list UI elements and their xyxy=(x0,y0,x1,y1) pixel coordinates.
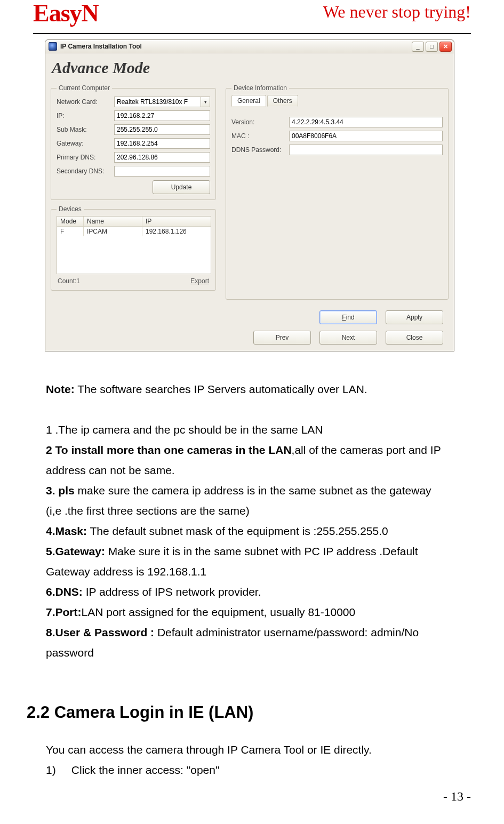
close-button[interactable]: Close xyxy=(386,331,443,345)
devices-table: Mode Name IP F IPCAM 192.168.1.126 xyxy=(57,216,211,274)
current-computer-legend: Current Computer xyxy=(57,84,112,92)
table-row[interactable]: F IPCAM 192.168.1.126 xyxy=(57,227,211,236)
version-label: Version: xyxy=(231,118,286,126)
note-item: 4.Mask: The default subnet mask of the e… xyxy=(46,521,450,541)
mac-input[interactable] xyxy=(289,131,443,141)
primary-dns-input[interactable] xyxy=(114,152,210,163)
brand-slogan: We never stop trying! xyxy=(323,3,471,20)
apply-button[interactable]: Apply xyxy=(386,310,443,324)
app-window: IP Camera Installation Tool _ □ ✕ Advanc… xyxy=(45,39,454,351)
submask-label: Sub Mask: xyxy=(57,126,111,133)
maximize-button[interactable]: □ xyxy=(426,42,438,52)
secondary-dns-label: Secondary DNS: xyxy=(57,167,111,175)
devices-export[interactable]: Export xyxy=(190,277,209,285)
minimize-button[interactable]: _ xyxy=(412,42,424,52)
device-info-legend: Device Information xyxy=(231,84,289,92)
page-number: - 13 - xyxy=(443,789,471,804)
col-name[interactable]: Name xyxy=(84,217,142,226)
note-item: 3. pls make sure the camera ip address i… xyxy=(46,481,450,521)
gateway-input[interactable] xyxy=(114,138,210,149)
section-bullet: 1) Click the inner access: "open" xyxy=(46,760,450,780)
devices-count: Count:1 xyxy=(58,277,80,285)
mac-label: MAC : xyxy=(231,132,286,140)
cell-mode: F xyxy=(57,227,84,236)
ip-input[interactable] xyxy=(114,110,210,121)
ddns-label: DDNS Password: xyxy=(231,146,286,154)
notes-section: Note: The software searches IP Servers a… xyxy=(46,379,450,780)
primary-dns-label: Primary DNS: xyxy=(57,154,111,161)
titlebar: IP Camera Installation Tool _ □ ✕ xyxy=(45,40,454,53)
current-computer-group: Current Computer Network Card: ▾ IP: xyxy=(51,84,216,200)
find-button[interactable]: Find xyxy=(319,310,377,324)
app-icon xyxy=(49,42,57,51)
next-button[interactable]: Next xyxy=(319,331,377,345)
secondary-dns-input[interactable] xyxy=(114,166,210,177)
submask-input[interactable] xyxy=(114,124,210,135)
note-line: Note: The software searches IP Servers a… xyxy=(46,379,450,399)
note-item: 6.DNS: IP address of IPS network provide… xyxy=(46,582,450,602)
tab-general[interactable]: General xyxy=(231,95,266,107)
cell-ip: 192.168.1.126 xyxy=(142,227,211,236)
close-window-button[interactable]: ✕ xyxy=(439,42,452,52)
ddns-input[interactable] xyxy=(289,145,443,155)
screenshot-container: IP Camera Installation Tool _ □ ✕ Advanc… xyxy=(45,39,471,351)
window-title: IP Camera Installation Tool xyxy=(60,43,412,50)
brand-logo: EasyN xyxy=(33,1,99,26)
note-item: 7.Port:LAN port assigned for the equipme… xyxy=(46,602,450,622)
network-card-label: Network Card: xyxy=(57,98,111,106)
col-mode[interactable]: Mode xyxy=(57,217,84,226)
note-item: 2 To install more than one cameras in th… xyxy=(46,440,450,481)
version-input[interactable] xyxy=(289,117,443,127)
update-button[interactable]: Update xyxy=(153,180,210,194)
network-card-dropdown[interactable]: ▾ xyxy=(201,97,210,107)
devices-legend: Devices xyxy=(57,205,84,213)
gateway-label: Gateway: xyxy=(57,140,111,147)
ip-label: IP: xyxy=(57,112,111,119)
prev-button[interactable]: Prev xyxy=(253,331,311,345)
mode-heading: Advance Mode xyxy=(51,58,449,84)
network-card-input[interactable] xyxy=(114,97,201,107)
device-info-group: Device Information General Others Versio… xyxy=(226,84,449,300)
cell-name: IPCAM xyxy=(84,227,142,236)
section-intro: You can access the camera through IP Cam… xyxy=(46,740,450,760)
note-item: 1 .The ip camera and the pc should be in… xyxy=(46,420,450,440)
col-ip[interactable]: IP xyxy=(142,217,211,226)
tab-others[interactable]: Others xyxy=(267,95,298,107)
section-heading: 2.2 Camera Login in IE (LAN) xyxy=(27,702,450,723)
note-item: 5.Gateway: Make sure it is in the same s… xyxy=(46,541,450,582)
devices-group: Devices Mode Name IP F xyxy=(51,205,216,291)
note-item: 8.User & Password : Default administrato… xyxy=(46,622,450,663)
